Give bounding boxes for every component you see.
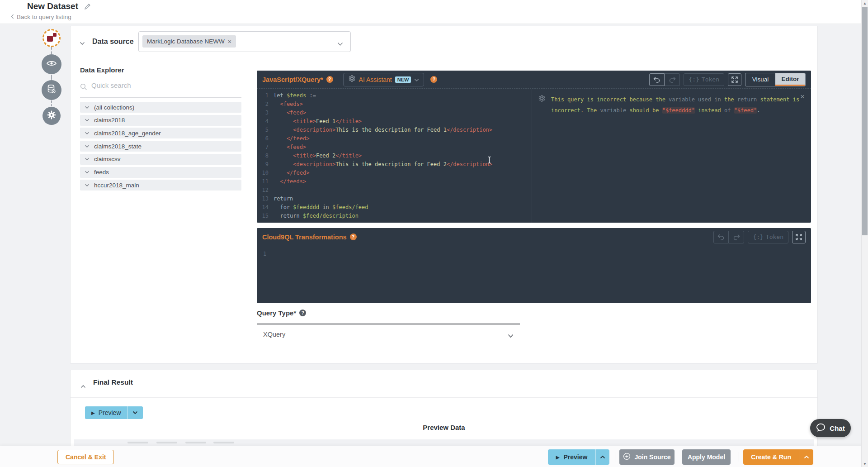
tab-editor[interactable]: Editor [775, 73, 805, 86]
footer-preview-button[interactable]: ▶ Preview [548, 449, 595, 465]
scroll-up-arrow[interactable]: ▲ [862, 0, 868, 6]
scrollbar-thumb[interactable] [862, 7, 868, 235]
collection-row[interactable]: hccur2018_main [80, 180, 241, 191]
final-result-title: Final Result [93, 378, 133, 386]
cloud9ql-title: Cloud9QL Transformations [262, 234, 347, 241]
code-line: 14 for $feedddd in $feeds/feed [257, 203, 532, 212]
code-line: 15 return $feed/description [257, 212, 532, 220]
dataset-config-card: Data source MarkLogic Database NEWW × Da… [70, 26, 818, 364]
cancel-exit-button[interactable]: Cancel & Exit [57, 450, 114, 464]
xquery-code-editor[interactable]: 1let $feeds :=2 <feeds>3 <feed>4 <title>… [257, 89, 532, 223]
circle-plus-icon [623, 453, 631, 462]
cloud9ql-help-icon[interactable]: ? [350, 234, 357, 240]
chevron-down-icon [85, 119, 90, 122]
preview-data-title: Preview Data [71, 424, 817, 431]
datasource-tag: MarkLogic Database NEWW × [142, 35, 236, 48]
chat-button[interactable]: Chat [810, 419, 851, 437]
datasource-select-chevron-icon [337, 40, 343, 48]
remove-datasource-icon[interactable]: × [228, 38, 231, 45]
code-line: 12 [257, 186, 532, 195]
back-to-query-listing-link[interactable]: Back to query listing [11, 14, 71, 20]
datasource-select[interactable]: MarkLogic Database NEWW × [138, 31, 351, 52]
collection-row[interactable]: claims2018_age_gender [80, 128, 241, 138]
final-result-divider [71, 397, 817, 398]
ai-message-close-icon[interactable]: × [800, 92, 805, 101]
footer-preview-chevron[interactable] [595, 449, 609, 465]
chevron-down-icon [85, 106, 90, 109]
create-run-button[interactable]: Create & Run [743, 449, 799, 465]
collection-label: hccur2018_main [94, 182, 139, 189]
step-data-settings-button[interactable] [42, 80, 61, 100]
token-button[interactable]: {:} Token [684, 73, 724, 86]
cloud9ql-undo-button[interactable] [713, 231, 729, 243]
final-result-collapse-chevron-icon[interactable] [80, 382, 86, 390]
query-type-select[interactable]: XQuery [257, 326, 520, 343]
eye-icon [47, 60, 57, 68]
xquery-editor-header: JavaScript/XQuery* ? AI Assistant NEW ? [257, 71, 811, 89]
xquery-help-icon[interactable]: ? [326, 76, 333, 83]
cloud9ql-editor[interactable]: 1 [263, 251, 266, 257]
code-line: 3 <feed> [257, 109, 532, 117]
code-line: 2 <feeds> [257, 100, 532, 109]
footer-action-bar: Cancel & Exit ▶ Preview Join Source Appl… [0, 446, 868, 467]
preview-split-button: ▶ Preview [85, 406, 143, 419]
fullscreen-button[interactable] [728, 73, 741, 86]
datasource-collapse-chevron-icon[interactable] [80, 39, 85, 47]
openai-message-icon [538, 95, 546, 104]
collection-row[interactable]: feeds [80, 167, 241, 178]
cloud9ql-redo-button[interactable] [729, 231, 744, 243]
datasource-logo-icon [47, 36, 53, 42]
text-cursor-pointer [487, 156, 492, 166]
search-icon [80, 83, 87, 92]
create-run-split: Create & Run [743, 449, 813, 465]
create-run-chevron[interactable] [799, 449, 813, 465]
redo-button[interactable] [665, 73, 680, 86]
chevron-down-icon [85, 171, 90, 174]
step-preview-button[interactable] [42, 54, 61, 74]
cloud9ql-fullscreen-button[interactable] [792, 231, 806, 243]
play-icon: ▶ [91, 410, 95, 415]
collection-row[interactable]: (all collections) [80, 102, 241, 113]
play-icon: ▶ [556, 455, 560, 460]
query-type-help-icon[interactable]: ? [299, 310, 306, 316]
ai-help-icon[interactable]: ? [430, 76, 437, 83]
collection-row[interactable]: claims2018 [80, 115, 241, 126]
edit-title-icon[interactable] [84, 3, 91, 12]
top-header: New Dataset Back to query listing [0, 0, 868, 24]
code-line: 13return [257, 195, 532, 203]
preview-options-chevron[interactable] [127, 406, 143, 419]
stepper-connector [51, 47, 52, 54]
new-badge: NEW [395, 76, 411, 83]
collection-row[interactable]: claims2018_state [80, 141, 241, 152]
xquery-editor-title: JavaScript/XQuery* [262, 76, 323, 83]
code-line: 1let $feeds := [257, 91, 532, 100]
ai-assistant-button[interactable]: AI Assistant NEW [343, 73, 425, 86]
token-icon: {:} [689, 76, 699, 83]
collection-row[interactable]: claimscsv [80, 154, 241, 165]
preview-table-header [74, 439, 814, 446]
query-type-label: Query Type* [257, 309, 296, 317]
preview-button[interactable]: ▶ Preview [85, 406, 127, 419]
collection-label: claims2018_state [94, 143, 142, 150]
tab-visual[interactable]: Visual [745, 73, 775, 86]
token-label: Token [702, 76, 719, 83]
cloud9ql-token-button[interactable]: {:} Token [748, 231, 788, 243]
openai-icon [348, 75, 356, 84]
page-title: New Dataset [27, 1, 78, 11]
step-settings-button[interactable] [42, 107, 61, 125]
scroll-down-arrow[interactable]: ▼ [862, 461, 868, 467]
query-type-divider [257, 324, 520, 324]
footer-preview-split: ▶ Preview [548, 449, 609, 465]
collection-label: feeds [94, 169, 109, 176]
apply-model-button[interactable]: Apply Model [682, 449, 731, 465]
quick-search-input[interactable] [90, 81, 228, 90]
code-line: 11 </feeds> [257, 177, 532, 186]
query-type-chevron-icon [508, 332, 514, 340]
collection-label: claimscsv [94, 156, 121, 162]
code-line: 6 </feed> [257, 134, 532, 143]
page-scrollbar: ▲ ▼ [861, 0, 868, 467]
step-datasource-logo[interactable] [42, 29, 61, 47]
xquery-editor-panel: JavaScript/XQuery* ? AI Assistant NEW ? [257, 71, 811, 223]
undo-button[interactable] [649, 73, 665, 86]
join-source-button[interactable]: Join Source [619, 449, 675, 465]
